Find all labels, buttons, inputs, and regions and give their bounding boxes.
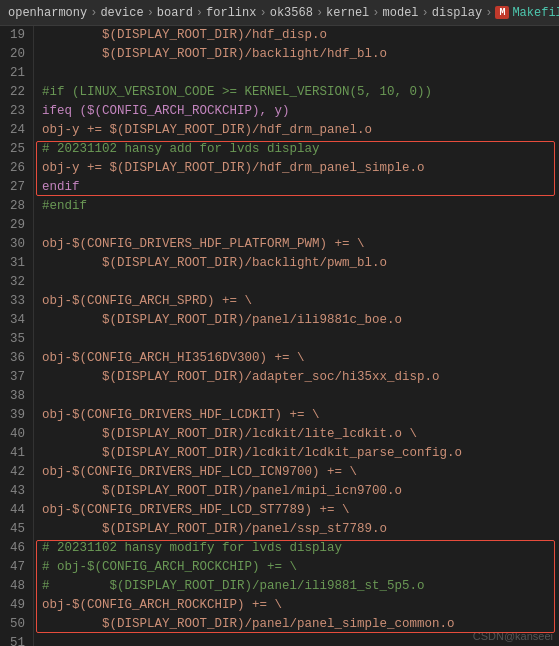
code-line: $(DISPLAY_ROOT_DIR)/lcdkit/lite_lcdkit.o… [42,425,559,444]
code-line: $(DISPLAY_ROOT_DIR)/adapter_soc/hi35xx_d… [42,368,559,387]
breadcrumb-sep-8: › [485,6,492,20]
line-number: 37 [8,368,25,387]
code-line [42,216,559,235]
line-number: 28 [8,197,25,216]
line-number: 21 [8,64,25,83]
line-number: 46 [8,539,25,558]
line-number: 41 [8,444,25,463]
code-token: #endif [42,197,87,216]
line-number: 42 [8,463,25,482]
code-token: obj-$(CONFIG_ARCH_HI3516DV300) += \ [42,349,305,368]
code-line: obj-$(CONFIG_ARCH_HI3516DV300) += \ [42,349,559,368]
breadcrumb-kernel[interactable]: kernel [326,6,369,20]
makefile-badge: M [495,6,509,19]
line-number: 36 [8,349,25,368]
line-number: 30 [8,235,25,254]
breadcrumb-sep-1: › [90,6,97,20]
code-line: $(DISPLAY_ROOT_DIR)/backlight/pwm_bl.o [42,254,559,273]
code-token: # 20231102 hansy add for lvds display [42,140,320,159]
line-number: 47 [8,558,25,577]
breadcrumb-forlinx[interactable]: forlinx [206,6,256,20]
code-line: #if (LINUX_VERSION_CODE >= KERNEL_VERSIO… [42,83,559,102]
code-line: $(DISPLAY_ROOT_DIR)/panel/mipi_icn9700.o [42,482,559,501]
code-line: obj-$(CONFIG_DRIVERS_HDF_LCDKIT) += \ [42,406,559,425]
code-lines: $(DISPLAY_ROOT_DIR)/hdf_disp.o $(DISPLAY… [34,26,559,646]
line-number: 32 [8,273,25,292]
line-number: 34 [8,311,25,330]
code-line: # 20231102 hansy modify for lvds display [42,539,559,558]
line-number: 40 [8,425,25,444]
code-token: obj-y += $(DISPLAY_ROOT_DIR)/hdf_drm_pan… [42,159,425,178]
code-token: endif [42,178,80,197]
breadcrumb-openharmony[interactable]: openharmony [8,6,87,20]
code-token: $(DISPLAY_ROOT_DIR)/panel/ssp_st7789.o [42,520,387,539]
code-token: $(DISPLAY_ROOT_DIR)/hdf_disp.o [42,26,327,45]
line-number: 23 [8,102,25,121]
line-number: 33 [8,292,25,311]
breadcrumb-sep-7: › [422,6,429,20]
code-token: $(DISPLAY_ROOT_DIR)/lcdkit/lite_lcdkit.o… [42,425,417,444]
code-token: obj-$(CONFIG_DRIVERS_HDF_PLATFORM_PWM) +… [42,235,365,254]
code-line: #endif [42,197,559,216]
code-line: $(DISPLAY_ROOT_DIR)/hdf_disp.o [42,26,559,45]
breadcrumb-sep-3: › [196,6,203,20]
watermark: CSDN@kanseei [473,630,553,642]
code-token: obj-y += $(DISPLAY_ROOT_DIR)/hdf_drm_pan… [42,121,372,140]
line-number: 27 [8,178,25,197]
line-number: 50 [8,615,25,634]
breadcrumb-sep-5: › [316,6,323,20]
line-number: 51 [8,634,25,646]
code-line: obj-$(CONFIG_DRIVERS_HDF_LCD_ST7789) += … [42,501,559,520]
code-token: $(DISPLAY_ROOT_DIR)/panel/ili9881c_boe.o [42,311,402,330]
code-token: obj-$(CONFIG_DRIVERS_HDF_LCD_ICN9700) +=… [42,463,357,482]
code-line: $(DISPLAY_ROOT_DIR)/lcdkit/lcdkit_parse_… [42,444,559,463]
breadcrumb-display[interactable]: display [432,6,482,20]
code-line: obj-y += $(DISPLAY_ROOT_DIR)/hdf_drm_pan… [42,121,559,140]
line-number: 29 [8,216,25,235]
code-token: $(DISPLAY_ROOT_DIR)/panel/mipi_icn9700.o [42,482,402,501]
line-number: 20 [8,45,25,64]
breadcrumb-ok3568[interactable]: ok3568 [270,6,313,20]
code-token: # obj-$(CONFIG_ARCH_ROCKCHIP) += \ [42,558,297,577]
code-line: ifeq ($(CONFIG_ARCH_ROCKCHIP), y) [42,102,559,121]
code-line: obj-$(CONFIG_DRIVERS_HDF_PLATFORM_PWM) +… [42,235,559,254]
line-number: 38 [8,387,25,406]
breadcrumb-device[interactable]: device [100,6,143,20]
line-number: 19 [8,26,25,45]
line-number: 25 [8,140,25,159]
line-number: 31 [8,254,25,273]
code-line: $(DISPLAY_ROOT_DIR)/panel/ili9881c_boe.o [42,311,559,330]
code-line: $(DISPLAY_ROOT_DIR)/panel/ssp_st7789.o [42,520,559,539]
code-line: # $(DISPLAY_ROOT_DIR)/panel/ili9881_st_5… [42,577,559,596]
code-token: # $(DISPLAY_ROOT_DIR)/panel/ili9881_st_5… [42,577,425,596]
line-number: 45 [8,520,25,539]
code-line: obj-$(CONFIG_DRIVERS_HDF_LCD_ICN9700) +=… [42,463,559,482]
code-token: ifeq ($(CONFIG_ARCH_ROCKCHIP), y) [42,102,290,121]
line-numbers: 1920212223242526272829303132333435363738… [0,26,34,646]
breadcrumb-makefile[interactable]: Makefile [512,6,559,20]
line-number: 24 [8,121,25,140]
code-line: $(DISPLAY_ROOT_DIR)/backlight/hdf_bl.o [42,45,559,64]
breadcrumb-bar: openharmony › device › board › forlinx ›… [0,0,559,26]
code-line [42,273,559,292]
breadcrumb-model[interactable]: model [383,6,419,20]
line-number: 48 [8,577,25,596]
code-wrapper: $(DISPLAY_ROOT_DIR)/hdf_disp.o $(DISPLAY… [34,26,559,646]
code-token: #if (LINUX_VERSION_CODE >= KERNEL_VERSIO… [42,83,432,102]
code-line: obj-$(CONFIG_ARCH_ROCKCHIP) += \ [42,596,559,615]
code-line [42,387,559,406]
breadcrumb-sep-6: › [372,6,379,20]
line-number: 39 [8,406,25,425]
breadcrumb-sep-2: › [147,6,154,20]
code-token: $(DISPLAY_ROOT_DIR)/panel/panel_simple_c… [42,615,455,634]
breadcrumb-board[interactable]: board [157,6,193,20]
code-token: $(DISPLAY_ROOT_DIR)/lcdkit/lcdkit_parse_… [42,444,462,463]
line-number: 43 [8,482,25,501]
code-line: endif [42,178,559,197]
code-token: obj-$(CONFIG_DRIVERS_HDF_LCD_ST7789) += … [42,501,350,520]
code-token: $(DISPLAY_ROOT_DIR)/adapter_soc/hi35xx_d… [42,368,440,387]
code-line: # 20231102 hansy add for lvds display [42,140,559,159]
code-token: obj-$(CONFIG_ARCH_SPRD) += \ [42,292,252,311]
code-area: 1920212223242526272829303132333435363738… [0,26,559,646]
code-token: # 20231102 hansy modify for lvds display [42,539,342,558]
